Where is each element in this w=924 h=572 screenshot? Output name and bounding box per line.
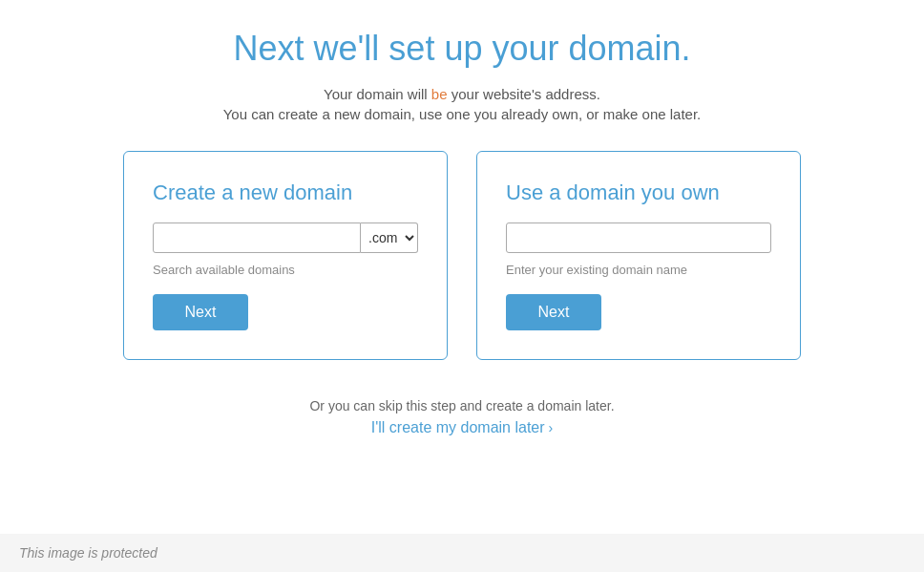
own-domain-helper-text: Enter your existing domain name [506,263,771,277]
page-wrapper: Next we'll set up your domain. Your doma… [0,0,924,436]
subtitle-highlight: be [431,86,448,102]
chevron-icon: › [549,420,554,435]
subtitle-block: Your domain will be your website's addre… [223,86,702,122]
card-own-title: Use a domain you own [506,180,771,205]
card-own-domain: Use a domain you own Enter your existing… [476,151,801,360]
main-heading: Next we'll set up your domain. [233,29,690,69]
card-new-domain: Create a new domain .com .net .org .io S… [123,151,448,360]
tld-select[interactable]: .com .net .org .io [361,222,418,253]
skip-block: Or you can skip this step and create a d… [309,398,614,436]
new-domain-helper-text: Search available domains [153,263,418,277]
own-domain-next-button[interactable]: Next [506,294,601,330]
skip-link[interactable]: I'll create my domain later› [371,419,553,435]
skip-link-text: I'll create my domain later [371,419,545,435]
bottom-bar: This image is protected [0,534,924,572]
skip-text: Or you can skip this step and create a d… [309,398,614,413]
cards-container: Create a new domain .com .net .org .io S… [123,151,801,360]
card-new-title: Create a new domain [153,180,418,205]
subtitle-line2: You can create a new domain, use one you… [223,106,702,122]
new-domain-next-button[interactable]: Next [153,294,248,330]
protected-text: This image is protected [19,545,158,561]
new-domain-text-input[interactable] [153,222,361,253]
subtitle-line1: Your domain will be your website's addre… [223,86,702,102]
own-domain-text-input[interactable] [506,222,771,253]
new-domain-input-row: .com .net .org .io [153,222,418,253]
